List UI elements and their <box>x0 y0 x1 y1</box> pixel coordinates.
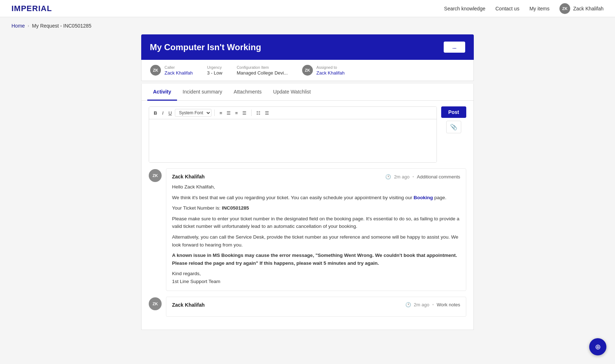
tabs-bar: Activity Incident summary Attachments Up… <box>142 84 473 101</box>
search-knowledge-link[interactable]: Search knowledge <box>444 6 485 11</box>
comment-header-2: Zack Khalifah 🕐 2m ago • Work notes <box>172 302 460 308</box>
contact-us-link[interactable]: Contact us <box>495 6 519 11</box>
comment-avatar-2: ZK <box>149 297 162 310</box>
ticket-number: INC0501285 <box>222 205 249 211</box>
caller-value: Zack Khalifah <box>165 70 193 76</box>
align-justify-button[interactable]: ☰ <box>240 109 248 117</box>
comment-entry-2: ZK Zack Khalifah 🕐 2m ago • Work notes <box>149 297 466 317</box>
breadcrumb: Home › My Request - INC0501285 <box>0 17 615 34</box>
comment-para1: We think it's best that we call you rega… <box>172 194 460 202</box>
tabs-container: Activity Incident summary Attachments Up… <box>141 84 474 330</box>
bold-button[interactable]: B <box>152 109 159 117</box>
user-menu[interactable]: ZK Zack Khalifah <box>559 3 604 14</box>
editor-body[interactable] <box>149 119 437 162</box>
unordered-list-button[interactable]: ☷ <box>254 109 262 117</box>
comment-team: 1st Line Support Team <box>172 279 220 284</box>
urgency-field: Urgency 3 - Low <box>207 65 223 76</box>
comment-header: Zack Khalifah 🕐 2m ago • Additional comm… <box>172 174 460 179</box>
editor-section: B I U System Font ≡ ☰ ≡ ☰ ☷ <box>142 101 473 168</box>
align-left-button[interactable]: ≡ <box>218 109 224 117</box>
breadcrumb-home[interactable]: Home <box>11 23 25 29</box>
italic-button[interactable]: I <box>160 109 165 117</box>
my-items-link[interactable]: My items <box>529 6 549 11</box>
comment-entry: ZK Zack Khalifah 🕐 2m ago • Additional c… <box>149 168 466 291</box>
toolbar-separator-2 <box>251 110 252 116</box>
attach-button[interactable]: 📎 <box>446 121 461 133</box>
breadcrumb-current: My Request - INC0501285 <box>32 23 91 29</box>
incident-action-button[interactable]: ... <box>444 42 465 53</box>
comment-body-2: Zack Khalifah 🕐 2m ago • Work notes <box>166 297 466 317</box>
assigned-value: Zack Khalifah <box>316 70 345 76</box>
align-center-button[interactable]: ☰ <box>225 109 233 117</box>
meta-dot: • <box>413 174 414 179</box>
comment-type: Additional comments <box>417 174 460 179</box>
caller-avatar: ZK <box>150 65 161 76</box>
comment-warning: A known issue in MS Bookings may cause t… <box>172 252 460 267</box>
urgency-label: Urgency <box>207 65 223 70</box>
comment-para3: Please make sure to enter your ticket nu… <box>172 215 460 230</box>
caller-label: Caller <box>165 65 193 70</box>
meta-dot-2: • <box>432 302 434 307</box>
urgency-value: 3 - Low <box>207 70 223 76</box>
comment-text: Hello Zack Khalifah, We think it's best … <box>172 183 460 286</box>
tab-incident-summary[interactable]: Incident summary <box>177 84 228 101</box>
list-buttons: ☷ ☰ <box>254 109 271 117</box>
user-name: Zack Khalifah <box>573 6 604 11</box>
tab-activity[interactable]: Activity <box>147 84 177 101</box>
editor-actions: Post 📎 <box>441 106 466 163</box>
tab-update-watchlist[interactable]: Update Watchlist <box>267 84 316 101</box>
nav-right: Search knowledge Contact us My items ZK … <box>444 3 604 14</box>
config-label: Configuration Item <box>237 65 287 70</box>
toolbar-separator <box>214 110 215 116</box>
caller-field: ZK Caller Zack Khalifah <box>150 65 193 76</box>
comment-meta-2: 🕐 2m ago • Work notes <box>405 302 460 307</box>
assigned-to-field: ZK Assigned to Zack Khalifah <box>302 65 345 76</box>
editor-wrapper: B I U System Font ≡ ☰ ≡ ☰ ☷ <box>149 106 437 163</box>
comment-time-2: 2m ago <box>414 302 429 307</box>
clock-icon: 🕐 <box>385 174 391 179</box>
config-value: Managed College Devi... <box>237 70 287 76</box>
comment-greeting: Hello Zack Khalifah, <box>172 183 460 191</box>
font-select[interactable]: System Font <box>175 109 211 117</box>
comment-signoff: Kind regards,1st Line Support Team <box>172 270 460 285</box>
tab-attachments[interactable]: Attachments <box>228 84 267 101</box>
top-navigation: IMPERIAL Search knowledge Contact us My … <box>0 0 615 17</box>
comment-author-2: Zack Khalifah <box>172 302 205 308</box>
comment-avatar: ZK <box>149 169 162 182</box>
comment-body: Zack Khalifah 🕐 2m ago • Additional comm… <box>166 168 466 291</box>
logo: IMPERIAL <box>11 4 52 13</box>
post-button[interactable]: Post <box>441 106 466 118</box>
assigned-avatar: ZK <box>302 65 313 76</box>
assigned-label: Assigned to <box>316 65 345 70</box>
align-right-button[interactable]: ≡ <box>233 109 240 117</box>
booking-link[interactable]: Booking <box>414 195 433 200</box>
paperclip-icon: 📎 <box>450 124 457 130</box>
align-buttons: ≡ ☰ ≡ ☰ <box>218 109 248 117</box>
comment-author: Zack Khalifah <box>172 174 205 179</box>
incident-title: My Computer Isn't Working <box>150 42 261 52</box>
config-item-field: Configuration Item Managed College Devi.… <box>237 65 287 76</box>
comment-time: 2m ago <box>394 174 409 179</box>
incident-header: My Computer Isn't Working ... <box>141 34 474 60</box>
metadata-row: ZK Caller Zack Khalifah Urgency 3 - Low … <box>141 60 474 81</box>
comments-section: ZK Zack Khalifah 🕐 2m ago • Additional c… <box>142 168 473 330</box>
comment-type-2: Work notes <box>437 302 460 307</box>
breadcrumb-separator: › <box>28 23 29 28</box>
ordered-list-button[interactable]: ☰ <box>263 109 271 117</box>
editor-toolbar: B I U System Font ≡ ☰ ≡ ☰ ☷ <box>149 107 437 119</box>
clock-icon-2: 🕐 <box>405 302 411 307</box>
comment-para4: Alternatively, you can call the Service … <box>172 233 460 249</box>
comment-para2: Your Ticket Number is: INC0501285 <box>172 204 460 212</box>
comment-meta: 🕐 2m ago • Additional comments <box>385 174 460 179</box>
avatar: ZK <box>559 3 570 14</box>
underline-button[interactable]: U <box>167 109 173 117</box>
